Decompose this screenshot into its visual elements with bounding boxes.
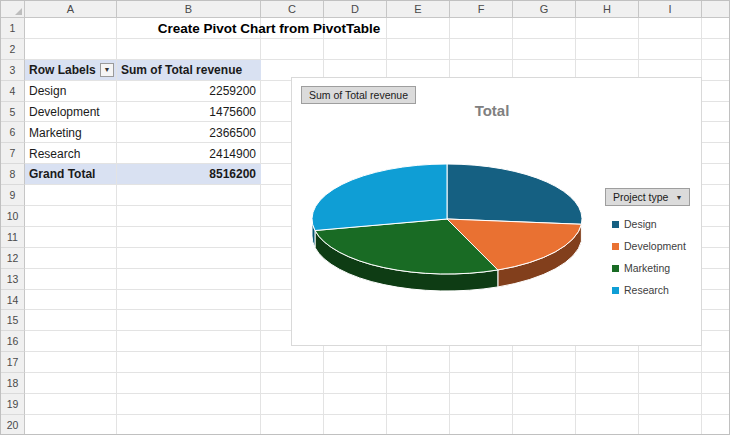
row-header-9[interactable]: 9	[1, 185, 25, 206]
grid-cell[interactable]	[576, 352, 639, 373]
grid-cell[interactable]	[513, 39, 576, 60]
grid-cell[interactable]	[702, 394, 730, 415]
grid-cell[interactable]	[513, 352, 576, 373]
grid-cell[interactable]	[117, 394, 261, 415]
row-header-8[interactable]: 8	[1, 164, 25, 185]
pivot-row-value-cell[interactable]: 2414900	[117, 143, 261, 164]
grid-cell[interactable]	[702, 122, 730, 143]
grid-cell[interactable]	[702, 185, 730, 206]
grid-cell[interactable]	[576, 415, 639, 435]
grid-cell[interactable]	[25, 185, 117, 206]
grid-cell[interactable]	[387, 373, 450, 394]
grand-total-label-cell[interactable]: Grand Total	[25, 164, 117, 184]
grid-cell[interactable]	[639, 39, 702, 60]
grid-cell[interactable]	[25, 269, 117, 290]
grid-cell[interactable]	[117, 352, 261, 373]
column-header-G[interactable]: G	[513, 1, 576, 18]
pivot-row-label-cell[interactable]: Research	[25, 143, 117, 164]
grid-cell[interactable]	[702, 248, 730, 269]
column-header-B[interactable]: B	[117, 1, 261, 18]
pivot-row-value-cell[interactable]: 2259200	[117, 81, 261, 102]
grid-cell[interactable]	[117, 39, 261, 60]
grid-cell[interactable]	[117, 290, 261, 311]
grid-cell[interactable]	[387, 352, 450, 373]
column-header-A[interactable]: A	[25, 1, 117, 18]
row-header-12[interactable]: 12	[1, 248, 25, 269]
grid-cell[interactable]	[117, 185, 261, 206]
grid-cell[interactable]	[702, 373, 730, 394]
grid-cell[interactable]	[513, 373, 576, 394]
grid-cell[interactable]	[261, 415, 324, 435]
row-header-20[interactable]: 20	[1, 415, 25, 435]
grid-cell[interactable]	[324, 394, 387, 415]
row-header-14[interactable]: 14	[1, 290, 25, 311]
grid-cell[interactable]	[25, 352, 117, 373]
grid-cell[interactable]	[450, 373, 513, 394]
column-header-H[interactable]: H	[576, 1, 639, 18]
grid-cell[interactable]	[117, 415, 261, 435]
grid-cell[interactable]	[702, 60, 730, 81]
chart-title[interactable]: Total	[292, 102, 692, 119]
legend-item[interactable]: Marketing	[612, 262, 686, 274]
grid-cell[interactable]	[25, 331, 117, 352]
grid-cell[interactable]	[324, 373, 387, 394]
grid-cell[interactable]	[639, 352, 702, 373]
pie-slice[interactable]	[447, 164, 582, 224]
grid-cell[interactable]	[513, 415, 576, 435]
grid-cell[interactable]	[261, 39, 324, 60]
row-header-7[interactable]: 7	[1, 143, 25, 164]
grid-cell[interactable]	[117, 248, 261, 269]
column-header-E[interactable]: E	[387, 1, 450, 18]
grand-total-value-cell[interactable]: 8516200	[117, 164, 261, 184]
grid-cell[interactable]	[576, 18, 639, 39]
project-type-field-button[interactable]: Project type ▼	[605, 188, 690, 206]
row-header-19[interactable]: 19	[1, 394, 25, 415]
grid-cell[interactable]	[639, 373, 702, 394]
grid-cell[interactable]	[702, 310, 730, 331]
grid-cell[interactable]	[117, 227, 261, 248]
grid-cell[interactable]	[261, 394, 324, 415]
grid-cell[interactable]	[702, 227, 730, 248]
grid-cell[interactable]	[25, 290, 117, 311]
grid-cell[interactable]	[117, 331, 261, 352]
grid-cell[interactable]	[702, 269, 730, 290]
row-header-18[interactable]: 18	[1, 373, 25, 394]
pivot-chart[interactable]: Sum of Total revenue Total Project type …	[291, 77, 702, 346]
row-header-16[interactable]: 16	[1, 331, 25, 352]
row-header-10[interactable]: 10	[1, 206, 25, 227]
grid-cell[interactable]	[702, 415, 730, 435]
grid-cell[interactable]	[261, 373, 324, 394]
pivot-row-labels-cell[interactable]: Row Labels ▼	[25, 60, 117, 80]
column-header-I[interactable]: I	[639, 1, 702, 18]
grid-cell[interactable]	[450, 415, 513, 435]
pivot-row-value-cell[interactable]: 2366500	[117, 122, 261, 143]
row-header-1[interactable]: 1	[1, 18, 25, 39]
grid-cell[interactable]	[117, 310, 261, 331]
grid-cell[interactable]	[450, 352, 513, 373]
grid-cell[interactable]	[639, 18, 702, 39]
grid-cell[interactable]	[324, 415, 387, 435]
grid-cell[interactable]	[702, 18, 730, 39]
legend-item[interactable]: Research	[612, 284, 686, 296]
pivot-row-label-cell[interactable]: Marketing	[25, 122, 117, 143]
select-all-corner[interactable]	[1, 1, 25, 18]
pivot-row-label-cell[interactable]: Design	[25, 81, 117, 102]
grid-cell[interactable]	[702, 331, 730, 352]
grid-cell[interactable]	[513, 18, 576, 39]
grid-cell[interactable]	[702, 164, 730, 185]
row-labels-filter-button[interactable]: ▼	[100, 63, 114, 77]
grid-cell[interactable]	[25, 206, 117, 227]
grid-cell[interactable]	[387, 394, 450, 415]
grid-cell[interactable]	[702, 102, 730, 123]
grid-cell[interactable]	[117, 269, 261, 290]
grid-cell[interactable]	[117, 206, 261, 227]
row-header-4[interactable]: 4	[1, 81, 25, 102]
grid-cell[interactable]	[25, 248, 117, 269]
grid-cell[interactable]	[702, 290, 730, 311]
legend-item[interactable]: Development	[612, 240, 686, 252]
row-header-5[interactable]: 5	[1, 102, 25, 123]
grid-cell[interactable]	[702, 143, 730, 164]
grid-cell[interactable]	[513, 394, 576, 415]
pivot-value-header-cell[interactable]: Sum of Total revenue	[117, 60, 261, 80]
grid-cell[interactable]	[702, 352, 730, 373]
